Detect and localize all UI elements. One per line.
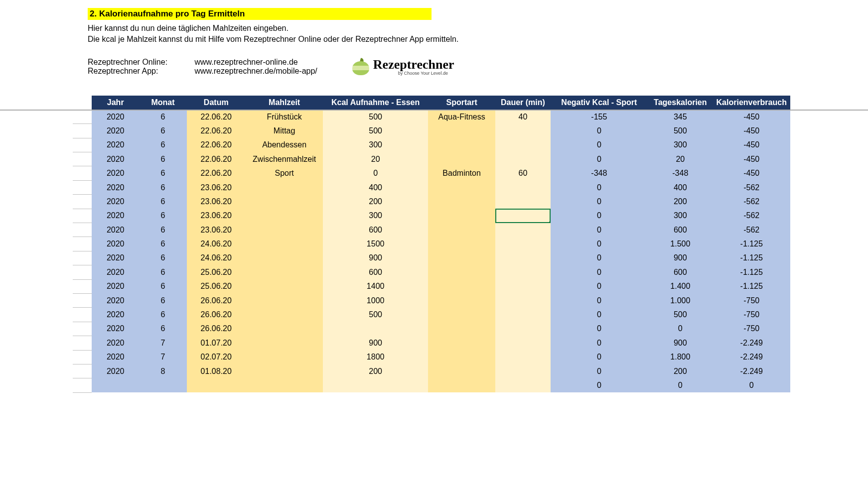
cell-datum[interactable] [187,378,246,392]
cell-kcal[interactable]: 20 [323,152,428,166]
cell-sport[interactable]: Badminton [428,166,495,180]
cell-monat[interactable]: 6 [139,180,186,194]
cell-neg[interactable]: -155 [551,110,648,123]
cell-mahl[interactable] [246,251,323,265]
cell-neg[interactable]: 0 [551,350,648,364]
cell-monat[interactable]: 6 [139,223,186,237]
cell-kcal[interactable]: 1800 [323,350,428,364]
cell-dauer[interactable] [495,293,550,307]
row-gutter[interactable] [73,308,92,322]
row-gutter[interactable] [73,195,92,209]
cell-monat[interactable]: 7 [139,350,186,364]
cell-dauer[interactable] [495,223,550,237]
cell-verb[interactable]: -2.249 [713,364,790,378]
cell-tag[interactable]: 500 [648,308,713,322]
col-monat[interactable]: Monat [139,96,186,110]
cell-datum[interactable]: 22.06.20 [187,152,246,166]
cell-tag[interactable]: 200 [648,195,713,209]
cell-datum[interactable]: 23.06.20 [187,195,246,209]
cell-verb[interactable]: -450 [713,166,790,180]
cell-dauer[interactable] [495,124,550,138]
cell-datum[interactable]: 26.06.20 [187,293,246,307]
cell-jahr[interactable]: 2020 [92,209,139,223]
cell-mahl[interactable] [246,223,323,237]
cell-verb[interactable]: -562 [713,209,790,223]
cell-mahl[interactable]: Zwischenmahlzeit [246,152,323,166]
cell-sport[interactable] [428,364,495,378]
col-jahr[interactable]: Jahr [92,96,139,110]
row-gutter[interactable] [73,223,92,237]
cell-sport[interactable] [428,322,495,336]
cell-sport[interactable] [428,209,495,223]
cell-neg[interactable]: 0 [551,180,648,194]
cell-monat[interactable]: 6 [139,265,186,279]
cell-verb[interactable]: -750 [713,322,790,336]
cell-jahr[interactable]: 2020 [92,152,139,166]
col-datum[interactable]: Datum [187,96,246,110]
cell-verb[interactable]: -562 [713,180,790,194]
cell-verb[interactable]: -750 [713,308,790,322]
cell-jahr[interactable]: 2020 [92,279,139,293]
row-gutter[interactable] [73,251,92,265]
cell-datum[interactable]: 01.08.20 [187,364,246,378]
cell-sport[interactable] [428,350,495,364]
col-mahl[interactable]: Mahlzeit [246,96,323,110]
cell-tag[interactable]: 200 [648,364,713,378]
cell-mahl[interactable] [246,308,323,322]
cell-verb[interactable]: -750 [713,293,790,307]
cell-monat[interactable]: 6 [139,279,186,293]
cell-kcal[interactable]: 300 [323,209,428,223]
cell-tag[interactable]: 345 [648,110,713,123]
cell-datum[interactable]: 23.06.20 [187,180,246,194]
row-gutter[interactable] [73,180,92,194]
cell-sport[interactable] [428,223,495,237]
row-gutter[interactable] [73,279,92,293]
cell-kcal[interactable]: 600 [323,265,428,279]
row-gutter[interactable] [73,138,92,152]
cell-kcal[interactable]: 200 [323,195,428,209]
cell-neg[interactable]: 0 [551,336,648,350]
cell-sport[interactable] [428,279,495,293]
cell-dauer[interactable] [495,138,550,152]
cell-kcal[interactable]: 200 [323,364,428,378]
col-tag[interactable]: Tageskalorien [648,96,713,110]
cell-mahl[interactable] [246,279,323,293]
cell-dauer[interactable] [495,336,550,350]
cell-neg[interactable]: 0 [551,378,648,392]
cell-jahr[interactable]: 2020 [92,308,139,322]
cell-kcal[interactable]: 600 [323,223,428,237]
cell-kcal[interactable]: 900 [323,251,428,265]
cell-tag[interactable]: 1.500 [648,237,713,251]
cell-datum[interactable]: 22.06.20 [187,110,246,123]
cell-monat[interactable]: 6 [139,124,186,138]
cell-kcal[interactable]: 400 [323,180,428,194]
cell-datum[interactable]: 01.07.20 [187,336,246,350]
cell-neg[interactable]: 0 [551,265,648,279]
cell-verb[interactable]: 0 [713,378,790,392]
cell-mahl[interactable] [246,336,323,350]
cell-jahr[interactable]: 2020 [92,195,139,209]
cell-monat[interactable]: 6 [139,322,186,336]
cell-mahl[interactable]: Mittag [246,124,323,138]
col-dauer[interactable]: Dauer (min) [495,96,550,110]
cell-sport[interactable]: Aqua-Fitness [428,110,495,123]
cell-neg[interactable]: 0 [551,308,648,322]
cell-datum[interactable]: 24.06.20 [187,251,246,265]
cell-kcal[interactable]: 900 [323,336,428,350]
cell-mahl[interactable] [246,265,323,279]
cell-tag[interactable]: -348 [648,166,713,180]
col-verb[interactable]: Kalorienverbrauch [713,96,790,110]
cell-sport[interactable] [428,152,495,166]
cell-datum[interactable]: 25.06.20 [187,279,246,293]
cell-mahl[interactable] [246,322,323,336]
cell-verb[interactable]: -450 [713,110,790,123]
cell-verb[interactable]: -450 [713,124,790,138]
cell-verb[interactable]: -2.249 [713,350,790,364]
cell-neg[interactable]: 0 [551,322,648,336]
cell-jahr[interactable]: 2020 [92,251,139,265]
cell-tag[interactable]: 0 [648,322,713,336]
col-kcal[interactable]: Kcal Aufnahme - Essen [323,96,428,110]
cell-mahl[interactable]: Abendessen [246,138,323,152]
cell-dauer[interactable] [495,180,550,194]
cell-mahl[interactable]: Frühstück [246,110,323,123]
